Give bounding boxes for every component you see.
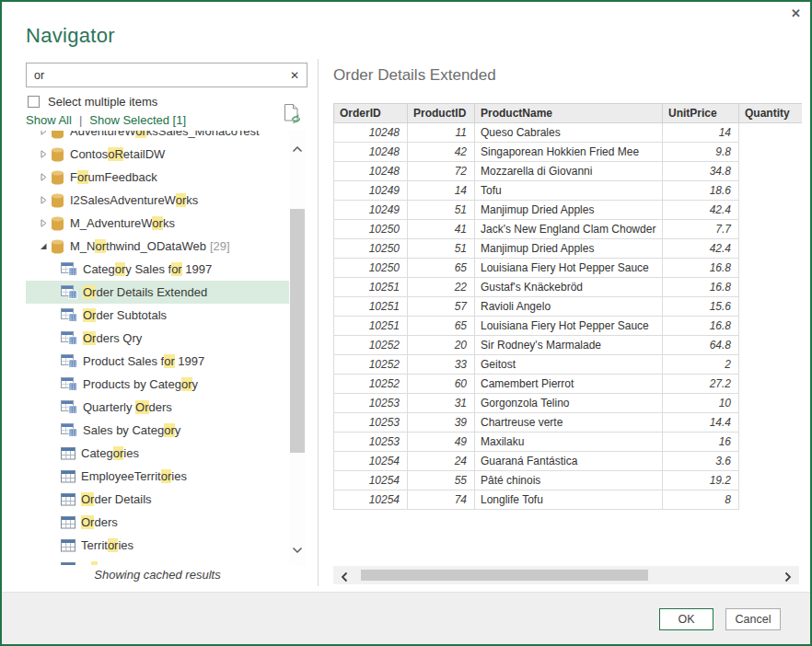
- expand-icon[interactable]: [39, 218, 51, 228]
- database-icon: [51, 147, 64, 162]
- cell-productname: Louisiana Fiery Hot Pepper Sauce: [475, 317, 663, 336]
- show-selected-link[interactable]: Show Selected [1]: [89, 113, 186, 127]
- cell-productid: 42: [408, 143, 475, 162]
- view-icon: [61, 400, 77, 414]
- table-row: 1025339Chartreuse verte14.4: [334, 413, 802, 433]
- cell-quantity: [739, 278, 802, 297]
- scroll-up-icon[interactable]: [292, 140, 303, 156]
- show-all-link[interactable]: Show All: [26, 113, 72, 127]
- cell-quantity: [739, 375, 802, 394]
- scroll-right-icon[interactable]: [784, 570, 792, 586]
- cache-status-text: Showing cached results: [26, 568, 289, 582]
- cell-unitprice: 7.7: [663, 220, 739, 239]
- cell-productname: Queso Cabrales: [475, 123, 663, 143]
- expand-icon[interactable]: [39, 195, 51, 205]
- close-icon[interactable]: ✕: [791, 6, 801, 20]
- cell-orderid: 10254: [334, 490, 408, 510]
- tree-item[interactable]: Orders: [26, 511, 289, 534]
- tree-item[interactable]: M_Northwind_ODataWeb[29]: [26, 235, 289, 258]
- cell-unitprice: 14.4: [663, 413, 739, 433]
- cell-quantity: [739, 259, 802, 278]
- tree-item[interactable]: Category Sales for 1997: [26, 258, 289, 281]
- cell-productname: Gorgonzola Telino: [475, 394, 663, 413]
- scroll-left-icon[interactable]: [341, 570, 348, 586]
- select-multiple-checkbox[interactable]: [28, 96, 40, 108]
- tree-item[interactable]: Orders Qry: [26, 327, 289, 350]
- table-icon: [61, 539, 75, 552]
- tree-item[interactable]: ContosoRetailDW: [26, 143, 289, 166]
- database-icon: [51, 193, 64, 208]
- navigator-dialog: ✕ Navigator ✕ Select multiple items Show…: [0, 0, 812, 646]
- table-row: 1025220Sir Rodney's Marmalade64.8: [334, 336, 802, 355]
- tree-item[interactable]: EmployeeTerritories: [26, 465, 289, 488]
- horizontal-scrollbar-thumb[interactable]: [361, 570, 648, 581]
- cell-unitprice: 10: [663, 394, 739, 413]
- tree-item[interactable]: Order Details: [26, 488, 289, 511]
- tree-item-label: Territories: [81, 538, 133, 552]
- expand-icon[interactable]: [39, 131, 51, 136]
- table-row: 1025122Gustaf's Knäckebröd16.8: [334, 278, 802, 297]
- view-icon: [61, 262, 77, 276]
- tree-item-label: Order Details: [81, 492, 152, 506]
- cell-productid: 41: [408, 220, 475, 239]
- cell-unitprice: 19.2: [663, 471, 739, 490]
- table-icon: [61, 447, 75, 460]
- tree-item-selected[interactable]: Order Details Extended: [26, 281, 289, 304]
- tree-item-label: Category Sales for 1997: [83, 262, 212, 276]
- filter-links: Show All | Show Selected [1]: [26, 113, 186, 127]
- cell-orderid: 10250: [334, 239, 408, 259]
- column-header-unitprice: UnitPrice: [663, 104, 739, 123]
- expand-icon[interactable]: [39, 149, 51, 159]
- scroll-down-icon[interactable]: [292, 541, 303, 558]
- ok-button[interactable]: OK: [659, 608, 713, 630]
- preview-title: Order Details Extended: [333, 66, 496, 85]
- tree-scrollbar[interactable]: [289, 131, 306, 565]
- cell-productname: Sir Rodney's Marmalade: [475, 336, 663, 355]
- table-row: 1024951Manjimup Dried Apples42.4: [334, 201, 802, 220]
- cell-unitprice: 64.8: [663, 336, 739, 355]
- tree-item[interactable]: ForumFeedback: [26, 166, 289, 189]
- cell-quantity: [739, 355, 802, 375]
- cell-productid: 74: [408, 490, 475, 510]
- clear-search-icon[interactable]: ✕: [283, 69, 307, 82]
- cell-unitprice: 16: [663, 433, 739, 452]
- tree-item[interactable]: Territories: [26, 534, 289, 557]
- cell-productid: 20: [408, 336, 475, 355]
- cancel-button[interactable]: Cancel: [725, 608, 781, 630]
- cell-productname: Geitost: [475, 355, 663, 375]
- tree-item[interactable]: [26, 557, 289, 565]
- cell-unitprice: 15.6: [663, 297, 739, 317]
- cell-productid: 55: [408, 471, 475, 490]
- cell-productid: 72: [408, 162, 475, 181]
- cell-productid: 31: [408, 394, 475, 413]
- tree-item[interactable]: Order Subtotals: [26, 304, 289, 327]
- cell-productid: 57: [408, 297, 475, 317]
- refresh-cache-icon[interactable]: [284, 103, 302, 129]
- cell-orderid: 10250: [334, 220, 408, 239]
- cell-productname: Pâté chinois: [475, 471, 663, 490]
- tree-item[interactable]: AdventureWorksSales_MonacoTest: [26, 131, 289, 143]
- cell-orderid: 10251: [334, 317, 408, 336]
- tree-item[interactable]: Sales by Category: [26, 419, 289, 442]
- tree-item[interactable]: Product Sales for 1997: [26, 350, 289, 373]
- cell-productname: Mozzarella di Giovanni: [475, 162, 663, 181]
- tree-item[interactable]: Quarterly Orders: [26, 396, 289, 419]
- tree-item[interactable]: Products by Category: [26, 373, 289, 396]
- cell-unitprice: 14: [663, 123, 739, 143]
- cell-quantity: [739, 433, 802, 452]
- table-icon: [61, 493, 75, 506]
- tree-item-label: EmployeeTerritories: [81, 469, 187, 483]
- expand-icon[interactable]: [39, 172, 51, 182]
- tree-item[interactable]: I2SalesAdventureWorks: [26, 189, 289, 212]
- tree-item[interactable]: M_AdventureWorks: [26, 212, 289, 235]
- collapse-icon[interactable]: [39, 241, 51, 251]
- cell-productname: Ravioli Angelo: [475, 297, 663, 317]
- search-input[interactable]: [27, 68, 283, 83]
- table-row: 1024842Singaporean Hokkien Fried Mee9.8: [334, 143, 802, 162]
- table-row: 1024914Tofu18.6: [334, 181, 802, 201]
- tree-scrollbar-thumb[interactable]: [290, 209, 305, 453]
- tree-item[interactable]: Categories: [26, 442, 289, 465]
- cell-orderid: 10248: [334, 123, 408, 143]
- tree-item-label: ContosoRetailDW: [70, 147, 165, 161]
- preview-horizontal-scrollbar[interactable]: [333, 566, 799, 584]
